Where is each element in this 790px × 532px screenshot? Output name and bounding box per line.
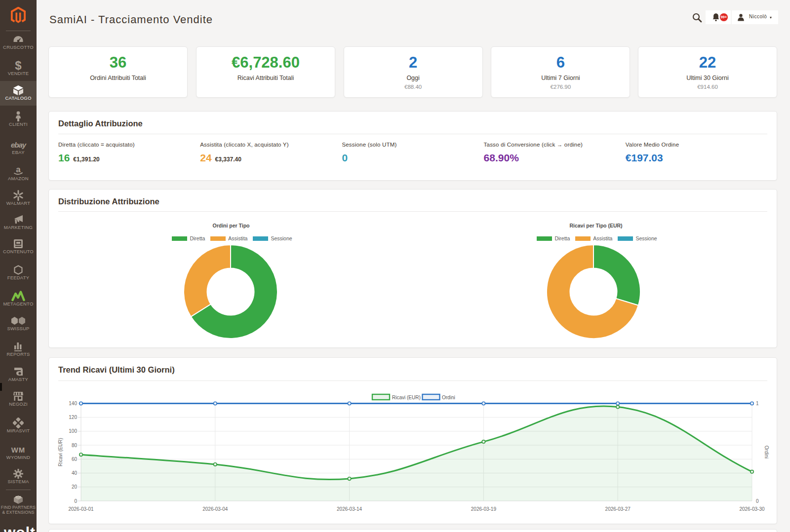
svg-text:140: 140 bbox=[69, 401, 77, 406]
svg-text:80: 80 bbox=[72, 443, 78, 448]
svg-text:2026-03-19: 2026-03-19 bbox=[471, 506, 497, 512]
svg-text:2026-03-14: 2026-03-14 bbox=[337, 506, 362, 512]
svg-text:2026-03-30: 2026-03-30 bbox=[739, 506, 765, 512]
svg-text:20: 20 bbox=[72, 484, 78, 490]
svg-text:Ricavi (EUR): Ricavi (EUR) bbox=[392, 395, 421, 400]
svg-text:1: 1 bbox=[756, 401, 759, 406]
svg-text:Ordini: Ordini bbox=[764, 446, 769, 459]
svg-text:2026-03-27: 2026-03-27 bbox=[605, 506, 631, 512]
svg-text:a: a bbox=[16, 165, 21, 174]
svg-text:2026-03-04: 2026-03-04 bbox=[202, 506, 228, 512]
svg-text:40: 40 bbox=[72, 470, 78, 476]
svg-text:100: 100 bbox=[69, 428, 77, 434]
svg-text:Ricavi (EUR): Ricavi (EUR) bbox=[58, 438, 63, 466]
svg-text:2026-03-01: 2026-03-01 bbox=[68, 506, 94, 512]
svg-text:120: 120 bbox=[69, 415, 77, 420]
svg-text:0: 0 bbox=[756, 498, 759, 504]
svg-text:60: 60 bbox=[72, 456, 78, 462]
svg-text:0: 0 bbox=[74, 498, 77, 504]
svg-text:Ordini: Ordini bbox=[442, 395, 455, 400]
